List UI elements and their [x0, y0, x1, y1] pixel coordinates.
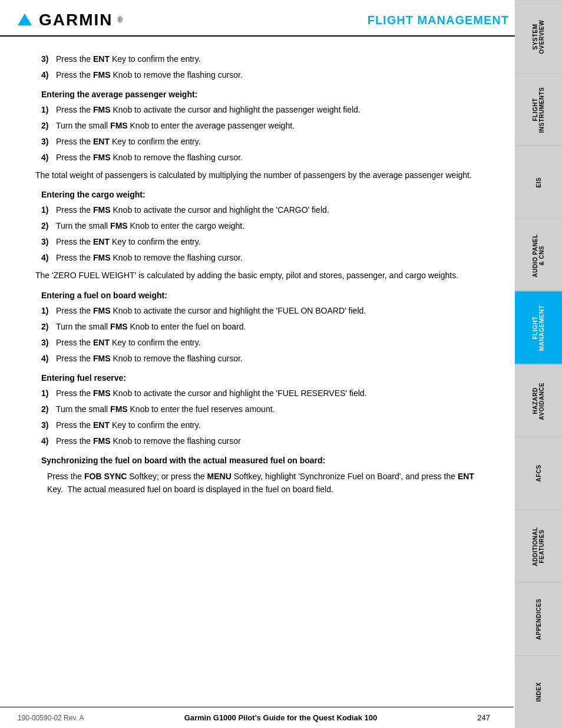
footer-title: Garmin G1000 Pilot’s Guide for the Quest…	[184, 713, 378, 722]
sidebar-tab-flight-instruments[interactable]: FLIGHTINSTRUMENTS	[515, 73, 562, 146]
step-text: Turn the small FMS Knob to enter the ave…	[56, 120, 295, 132]
avg-pax-paragraph: The total weight of passengers is calcul…	[35, 169, 490, 182]
step-item: 2) Turn the small FMS Knob to enter the …	[41, 321, 490, 333]
section-heading-sync-fuel: Synchronizing the fuel on board with the…	[41, 456, 490, 465]
step-item: 3) Press the ENT Key to confirm the entr…	[41, 236, 490, 248]
step-number: 2)	[41, 403, 56, 416]
section-heading-avg-pax-weight: Entering the average passenger weight:	[41, 90, 490, 99]
garmin-logo-text: GARMIN	[39, 11, 113, 29]
step-item: 3) Press the ENT Key to confirm the entr…	[41, 419, 490, 431]
cargo-weight-steps: 1) Press the FMS Knob to activate the cu…	[41, 204, 490, 264]
step-text: Press the ENT Key to confirm the entry.	[56, 337, 201, 349]
step-number: 1)	[41, 104, 56, 116]
step-text: Press the FMS Knob to remove the flashin…	[56, 151, 243, 164]
step-number: 2)	[41, 321, 56, 333]
step-item: 4) Press the FMS Knob to remove the flas…	[41, 353, 490, 365]
step-text: Turn the small FMS Knob to enter the fue…	[56, 321, 246, 333]
step-item: 2) Turn the small FMS Knob to enter the …	[41, 220, 490, 232]
step-item: 1) Press the FMS Knob to activate the cu…	[41, 204, 490, 216]
step-item: 1) Press the FMS Knob to activate the cu…	[41, 305, 490, 317]
step-item: 4) Press the FMS Knob to remove the flas…	[41, 435, 490, 447]
garmin-logo-registered: ®	[118, 16, 123, 24]
step-item: 1) Press the FMS Knob to activate the cu…	[41, 387, 490, 400]
sidebar-tab-eis[interactable]: EIS	[515, 146, 562, 219]
step-text: Press the FMS Knob to activate the curso…	[56, 387, 367, 400]
step-text: Press the ENT Key to confirm the entry.	[56, 136, 201, 148]
step-number: 4)	[41, 252, 56, 264]
step-text: Press the ENT Key to confirm the entry.	[56, 419, 201, 431]
fuel-reserve-steps: 1) Press the FMS Knob to activate the cu…	[41, 387, 490, 447]
cargo-paragraph: The 'ZERO FUEL WEIGHT' is calculated by …	[35, 269, 490, 282]
step-text: Press the ENT Key to confirm the entry.	[56, 236, 201, 248]
sidebar-tab-hazard-avoidance[interactable]: HAZARDAVOIDANCE	[515, 364, 562, 437]
step-item: 1) Press the FMS Knob to activate the cu…	[41, 104, 490, 116]
step-item: 4) Press the FMS Knob to remove the flas…	[41, 69, 490, 81]
fuel-on-board-steps: 1) Press the FMS Knob to activate the cu…	[41, 305, 490, 365]
page-title: FLIGHT MANAGEMENT	[368, 14, 509, 27]
step-number: 4)	[41, 151, 56, 164]
step-text: Turn the small FMS Knob to enter the fue…	[56, 403, 275, 416]
step-number: 2)	[41, 120, 56, 132]
step-number: 4)	[41, 69, 56, 81]
step-number: 3)	[41, 53, 56, 65]
step-number: 4)	[41, 353, 56, 365]
garmin-logo: GARMIN®	[18, 11, 123, 29]
step-item: 4) Press the FMS Knob to remove the flas…	[41, 151, 490, 164]
step-number: 2)	[41, 220, 56, 232]
step-text: Press the FMS Knob to activate the curso…	[56, 104, 361, 116]
step-item: 3) Press the ENT Key to confirm the entr…	[41, 136, 490, 148]
footer-page-number: 247	[477, 713, 490, 722]
page-container: SYSTEMOVERVIEW FLIGHTINSTRUMENTS EIS AUD…	[0, 0, 562, 728]
sidebar-tab-audio-panel[interactable]: AUDIO PANEL& CNS	[515, 219, 562, 292]
step-number: 1)	[41, 204, 56, 216]
sidebar-tab-afcs[interactable]: AFCS	[515, 437, 562, 510]
step-number: 1)	[41, 387, 56, 400]
step-number: 3)	[41, 337, 56, 349]
footer-part-number: 190-00590-02 Rev. A	[18, 714, 84, 722]
sidebar-tab-flight-management[interactable]: FLIGHTMANAGEMENT	[515, 291, 562, 364]
step-text: Press the ENT Key to confirm the entry.	[56, 53, 201, 65]
step-number: 4)	[41, 435, 56, 447]
section-heading-fuel-on-board: Entering a fuel on board weight:	[41, 291, 490, 300]
sidebar-tabs: SYSTEMOVERVIEW FLIGHTINSTRUMENTS EIS AUD…	[515, 0, 562, 728]
section-heading-cargo-weight: Entering the cargo weight:	[41, 190, 490, 199]
sync-fuel-paragraph: Press the FOB SYNC Softkey; or press the…	[47, 470, 490, 496]
step-text: Press the FMS Knob to remove the flashin…	[56, 252, 243, 264]
sidebar-tab-system-overview[interactable]: SYSTEMOVERVIEW	[515, 0, 562, 73]
step-item: 2) Turn the small FMS Knob to enter the …	[41, 403, 490, 416]
sidebar-tab-index[interactable]: INDEX	[515, 655, 562, 729]
step-number: 3)	[41, 236, 56, 248]
footer: 190-00590-02 Rev. A Garmin G1000 Pilot’s…	[0, 707, 514, 728]
header: GARMIN® FLIGHT MANAGEMENT	[0, 0, 562, 37]
step-text: Press the FMS Knob to activate the curso…	[56, 305, 366, 317]
intro-steps: 3) Press the ENT Key to confirm the entr…	[41, 53, 490, 81]
sidebar-tab-appendices[interactable]: APPENDICES	[515, 582, 562, 655]
avg-pax-weight-steps: 1) Press the FMS Knob to activate the cu…	[41, 104, 490, 164]
step-item: 3) Press the ENT Key to confirm the entr…	[41, 337, 490, 349]
step-text: Press the FMS Knob to activate the curso…	[56, 204, 329, 216]
step-number: 1)	[41, 305, 56, 317]
step-number: 3)	[41, 419, 56, 431]
garmin-triangle-icon	[18, 14, 32, 25]
step-text: Press the FMS Knob to remove the flashin…	[56, 69, 243, 81]
step-text: Press the FMS Knob to remove the flashin…	[56, 353, 243, 365]
section-heading-fuel-reserve: Entering fuel reserve:	[41, 373, 490, 383]
sidebar-tab-additional-features[interactable]: ADDITIONALFEATURES	[515, 510, 562, 583]
step-text: Press the FMS Knob to remove the flashin…	[56, 435, 241, 447]
step-item: 2) Turn the small FMS Knob to enter the …	[41, 120, 490, 132]
main-content: 3) Press the ENT Key to confirm the entr…	[0, 37, 514, 513]
step-text: Turn the small FMS Knob to enter the car…	[56, 220, 244, 232]
step-item: 3) Press the ENT Key to confirm the entr…	[41, 53, 490, 65]
step-item: 4) Press the FMS Knob to remove the flas…	[41, 252, 490, 264]
step-number: 3)	[41, 136, 56, 148]
